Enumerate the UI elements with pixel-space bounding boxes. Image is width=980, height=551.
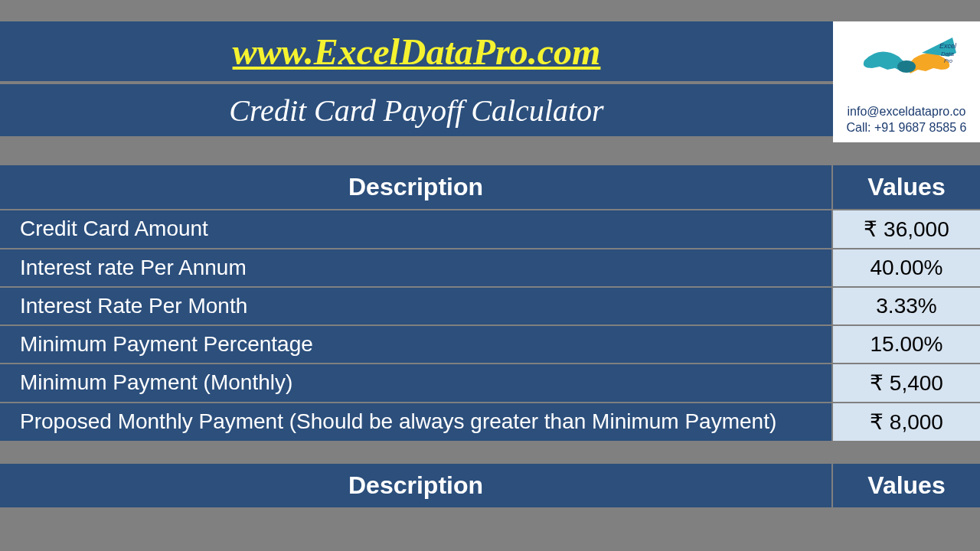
description-header: Description: [0, 165, 833, 209]
contact-email: info@exceldatapro.co: [846, 104, 966, 120]
value-cell[interactable]: 15.00%: [833, 326, 980, 363]
table-row: Minimum Payment Percentage 15.00%: [0, 324, 980, 363]
logo-area: Excel Data Pro: [836, 28, 977, 101]
table-header-row: Description Values: [0, 165, 980, 209]
table-row: Credit Card Amount ₹ 36,000: [0, 209, 980, 248]
description-cell: Interest Rate Per Month: [0, 288, 833, 324]
table-row: Interest Rate Per Month 3.33%: [0, 286, 980, 324]
svg-point-0: [897, 60, 916, 73]
document-title-box: Credit Card Payoff Calculator: [0, 84, 833, 136]
value-cell[interactable]: ₹ 5,400: [833, 364, 980, 402]
svg-text:Excel: Excel: [939, 42, 957, 50]
top-spacer: [0, 0, 980, 21]
description-cell: Proposed Monthly Payment (Should be alwa…: [0, 403, 833, 441]
table-header-row: Description Values: [0, 464, 980, 507]
description-header: Description: [0, 464, 833, 507]
contact-phone: Call: +91 9687 8585 6: [846, 120, 966, 136]
values-header: Values: [833, 464, 980, 507]
description-cell: Minimum Payment (Monthly): [0, 364, 833, 402]
table-row: Proposed Monthly Payment (Should be alwa…: [0, 402, 980, 441]
description-cell: Interest rate Per Annum: [0, 249, 833, 286]
svg-text:Data: Data: [941, 51, 954, 57]
values-header: Values: [833, 165, 980, 209]
value-cell[interactable]: ₹ 8,000: [833, 403, 980, 441]
input-table: Description Values Credit Card Amount ₹ …: [0, 165, 980, 441]
value-cell[interactable]: ₹ 36,000: [833, 210, 980, 248]
section-spacer: [0, 441, 980, 464]
output-table: Description Values: [0, 464, 980, 507]
description-cell: Minimum Payment Percentage: [0, 326, 833, 363]
brand-panel: Excel Data Pro info@exceldatapro.co Call…: [833, 21, 980, 142]
header-section: www.ExcelDataPro.com Credit Card Payoff …: [0, 21, 980, 142]
header-left: www.ExcelDataPro.com Credit Card Payoff …: [0, 21, 833, 142]
value-cell[interactable]: 3.33%: [833, 288, 980, 324]
website-link[interactable]: www.ExcelDataPro.com: [233, 31, 601, 73]
section-spacer: [0, 142, 980, 165]
spreadsheet-document: www.ExcelDataPro.com Credit Card Payoff …: [0, 0, 980, 551]
document-title: Credit Card Payoff Calculator: [229, 93, 603, 129]
description-cell: Credit Card Amount: [0, 210, 833, 248]
svg-text:Pro: Pro: [944, 58, 952, 64]
website-banner: www.ExcelDataPro.com: [0, 21, 833, 84]
value-cell[interactable]: 40.00%: [833, 249, 980, 286]
table-row: Minimum Payment (Monthly) ₹ 5,400: [0, 363, 980, 402]
handshake-logo-icon: Excel Data Pro: [849, 30, 964, 99]
table-row: Interest rate Per Annum 40.00%: [0, 248, 980, 286]
contact-info: info@exceldatapro.co Call: +91 9687 8585…: [846, 104, 966, 136]
